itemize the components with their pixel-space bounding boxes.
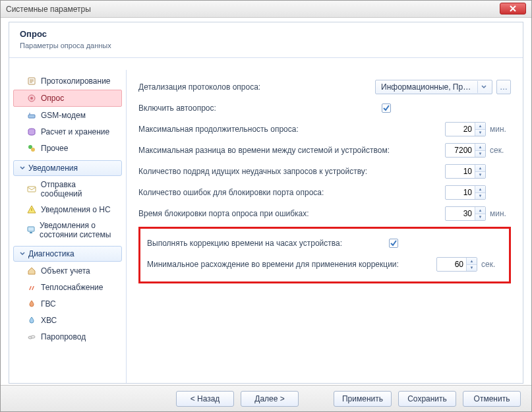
setting-label: Время блокировки порта опроса при ошибка… [138, 209, 445, 218]
warning-icon [26, 204, 37, 215]
spin-up-icon[interactable]: ▲ [475, 186, 485, 193]
spin-down-icon[interactable]: ▼ [475, 172, 485, 179]
fail-count-input[interactable] [446, 165, 475, 178]
min-divergence-input[interactable] [437, 258, 466, 271]
page-title: Опрос [20, 29, 512, 39]
back-button[interactable]: < Назад [176, 391, 234, 407]
sidebar-item-gsm[interactable]: GSM-модем [13, 107, 122, 123]
row-autopoll: Включить автоопрос: [138, 99, 511, 117]
sidebar-item-send-messages[interactable]: Отправка сообщений [13, 177, 122, 201]
page-header: Опрос Параметры опроса данных [9, 22, 523, 58]
sidebar-item-label: ГВС [41, 299, 56, 309]
row-min-divergence: Минимальное расхождение во времени для п… [147, 255, 502, 274]
unit-label: сек. [481, 260, 502, 269]
poll-icon [26, 93, 37, 103]
close-button[interactable] [500, 3, 526, 15]
sidebar-item-label: Протоколирование [41, 76, 111, 86]
setting-label: Детализация протоколов опроса: [138, 82, 375, 92]
spin-down-icon[interactable]: ▼ [475, 130, 485, 136]
sidebar-item-xvs[interactable]: ХВС [13, 312, 122, 328]
svg-rect-3 [28, 115, 35, 118]
spin-up-icon[interactable]: ▲ [475, 144, 485, 151]
sidebar-item-logging[interactable]: Протоколирование [13, 73, 122, 89]
port-block-time-input[interactable] [446, 207, 475, 220]
spin-down-icon[interactable]: ▼ [467, 265, 477, 272]
svg-point-6 [31, 148, 35, 152]
sidebar-item-label: Объект учета [41, 266, 90, 276]
sidebar-item-label: Отправка сообщений [41, 180, 118, 198]
chevron-down-icon [19, 165, 26, 171]
sidebar-item-label: Теплоснабжение [41, 283, 103, 292]
apply-button[interactable]: Применить [334, 391, 392, 407]
chevron-down-icon [19, 250, 26, 257]
close-icon [510, 5, 516, 12]
sidebar-item-poll[interactable]: Опрос [13, 90, 122, 107]
group-label: Диагностика [28, 249, 74, 258]
max-duration-spinner[interactable]: ▲▼ [445, 122, 486, 136]
row-fail-count: Количество подряд идущих неудачных запро… [138, 162, 511, 181]
sidebar: Протоколирование Опрос GSM-модем Расчет … [9, 70, 127, 383]
max-timediff-spinner[interactable]: ▲▼ [445, 143, 486, 158]
setting-label: Максимальная продолжительность опроса: [138, 125, 445, 134]
port-block-count-spinner[interactable]: ▲▼ [445, 185, 486, 200]
protocol-detail-extra-button[interactable]: … [496, 80, 511, 94]
settings-panel: Детализация протоколов опроса: Информаци… [127, 70, 523, 383]
sidebar-item-other[interactable]: Прочее [13, 140, 122, 156]
steam-icon [26, 332, 37, 342]
titlebar: Системные параметры [1, 1, 531, 18]
sidebar-item-gvs[interactable]: ГВС [13, 296, 122, 312]
scroll-icon [26, 76, 37, 86]
port-block-time-spinner[interactable]: ▲▼ [445, 206, 486, 221]
min-divergence-spinner[interactable]: ▲▼ [436, 257, 477, 272]
spin-down-icon[interactable]: ▼ [475, 214, 485, 221]
time-correction-checkbox[interactable] [389, 239, 398, 248]
time-correction-highlight: Выполнять коррекцию времени на часах уст… [138, 227, 511, 283]
fail-count-spinner[interactable]: ▲▼ [445, 164, 486, 179]
setting-label: Минимальное расхождение во времени для п… [147, 260, 436, 269]
port-block-count-input[interactable] [446, 186, 475, 199]
next-button[interactable]: Далее > [241, 391, 299, 407]
sidebar-item-steam[interactable]: Паропровод [13, 329, 122, 345]
coldwater-icon [26, 315, 37, 326]
sidebar-item-label: Паропровод [41, 332, 86, 341]
sidebar-item-label: GSM-модем [41, 111, 86, 120]
envelope-icon [26, 184, 37, 194]
sidebar-group-notifications[interactable]: Уведомления [13, 160, 122, 176]
dialog-footer: < Назад Далее > Применить Сохранить Отме… [1, 385, 531, 411]
spin-up-icon[interactable]: ▲ [467, 258, 477, 265]
sidebar-item-label: Расчет и хранение [41, 127, 109, 136]
page-subtitle: Параметры опроса данных [20, 42, 512, 49]
setting-label: Включить автоопрос: [138, 103, 382, 113]
spin-up-icon[interactable]: ▲ [475, 207, 485, 214]
max-timediff-input[interactable] [446, 144, 475, 157]
sidebar-item-heating[interactable]: Теплоснабжение [13, 280, 122, 295]
unit-label: мин. [490, 125, 511, 134]
row-max-duration: Максимальная продолжительность опроса: ▲… [138, 120, 511, 138]
modem-icon [26, 110, 37, 121]
save-button[interactable]: Сохранить [398, 391, 456, 407]
spin-down-icon[interactable]: ▼ [475, 193, 485, 200]
sidebar-item-object[interactable]: Объект учета [13, 263, 122, 279]
dialog-body: Опрос Параметры опроса данных Протоколир… [9, 22, 523, 384]
sidebar-item-calc[interactable]: Расчет и хранение [13, 124, 122, 140]
svg-rect-9 [30, 232, 32, 233]
setting-label: Выполнять коррекцию времени на часах уст… [147, 239, 389, 248]
sidebar-item-alerts-ns[interactable]: Уведомления о НС [13, 202, 122, 218]
sidebar-item-label: ХВС [41, 316, 57, 325]
svg-rect-7 [28, 187, 36, 192]
autopoll-checkbox[interactable] [382, 103, 391, 113]
sidebar-group-diagnostics[interactable]: Диагностика [13, 246, 122, 262]
spin-up-icon[interactable]: ▲ [475, 165, 485, 172]
setting-label: Максимальная разница во времени между си… [138, 146, 445, 155]
protocol-detail-combo[interactable]: Информационные, Пред... [375, 80, 492, 94]
sidebar-item-system-state[interactable]: Уведомления о состоянии системы [13, 218, 122, 242]
spin-up-icon[interactable]: ▲ [475, 123, 485, 130]
max-duration-input[interactable] [446, 123, 475, 136]
unit-label: мин. [490, 209, 511, 218]
spin-down-icon[interactable]: ▼ [475, 151, 485, 158]
row-port-block-count: Количество ошибок для блокировки порта о… [138, 183, 511, 202]
sidebar-item-label: Уведомления о состоянии системы [40, 221, 118, 239]
sidebar-item-label: Уведомления о НС [41, 205, 111, 214]
row-time-correction: Выполнять коррекцию времени на часах уст… [147, 234, 502, 252]
cancel-button[interactable]: Отменить [463, 391, 521, 407]
